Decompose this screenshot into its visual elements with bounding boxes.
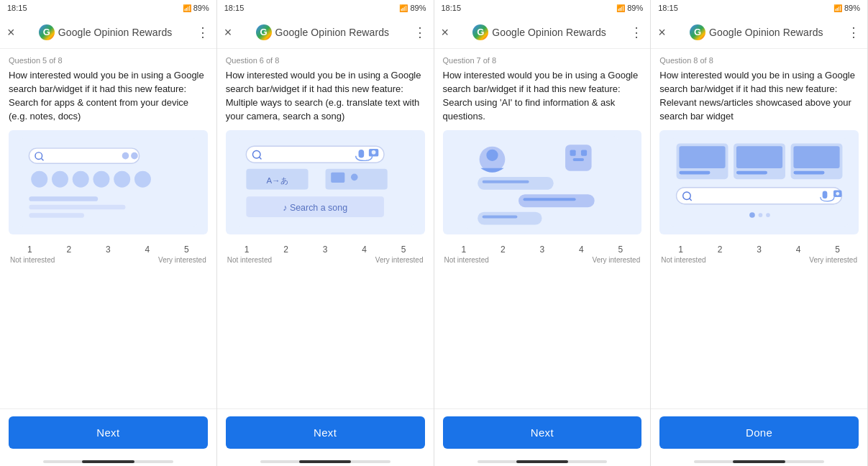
- scale-1-2[interactable]: 1: [227, 245, 267, 255]
- google-g-icon-3: G: [472, 24, 488, 40]
- question-text-1: How interested would you be in using a G…: [9, 69, 208, 123]
- svg-rect-39: [524, 198, 576, 201]
- battery-2: 89%: [410, 4, 426, 12]
- question-text-4: How interested would you be in using a G…: [659, 69, 859, 123]
- svg-rect-13: [29, 205, 125, 210]
- question-label-2: Question 6 of 8: [226, 56, 425, 65]
- status-icons-1: 📶 89%: [183, 4, 209, 12]
- phone-panel-3: 18:15 📶 89% × G Google Opinion Rewards ⋮…: [434, 0, 652, 466]
- scale-2-1[interactable]: 2: [50, 245, 89, 255]
- scale-4-4[interactable]: 4: [779, 245, 818, 255]
- scale-2-3[interactable]: 2: [483, 245, 523, 255]
- svg-rect-14: [29, 213, 84, 218]
- nav-indicator-4: [694, 460, 824, 463]
- svg-rect-19: [358, 150, 364, 157]
- scale-5-3[interactable]: 5: [601, 245, 641, 255]
- battery-1: 89%: [193, 4, 209, 12]
- question-area-2: Question 6 of 8 How interested would you…: [217, 49, 434, 408]
- close-button-3[interactable]: ×: [442, 26, 449, 39]
- app-title-2: Google Opinion Rewards: [275, 27, 390, 38]
- phone-panel-2: 18:15 📶 89% × G Google Opinion Rewards ⋮…: [217, 0, 434, 466]
- question-text-3: How interested would you be in using a G…: [443, 69, 642, 123]
- svg-point-26: [351, 173, 358, 181]
- svg-rect-44: [680, 146, 726, 168]
- app-title-1: Google Opinion Rewards: [58, 27, 173, 38]
- svg-point-59: [759, 213, 763, 217]
- scale-3-3[interactable]: 3: [523, 245, 562, 255]
- scale-5-4[interactable]: 5: [818, 245, 857, 255]
- very-interested-label-4: Very interested: [809, 256, 857, 264]
- svg-rect-52: [677, 188, 842, 204]
- nav-indicator-inner-1: [82, 460, 134, 463]
- scale-1-4[interactable]: 1: [661, 245, 700, 255]
- status-icons-3: 📶 89%: [616, 4, 643, 12]
- svg-rect-51: [794, 171, 825, 175]
- scale-3-1[interactable]: 3: [88, 245, 128, 255]
- next-button-1[interactable]: Next: [9, 416, 208, 449]
- svg-rect-38: [483, 181, 529, 183]
- svg-point-4: [122, 152, 129, 160]
- svg-rect-34: [581, 150, 587, 155]
- scale-labels-3: Not interested Very interested: [443, 255, 642, 264]
- next-button-3[interactable]: Next: [443, 416, 642, 449]
- svg-point-8: [73, 171, 89, 188]
- scale-5-1[interactable]: 5: [167, 245, 206, 255]
- signal-icon-1: 📶: [183, 4, 191, 12]
- status-time-3: 18:15: [442, 4, 462, 12]
- app-header-3: × G Google Opinion Rewards ⋮: [434, 16, 651, 49]
- app-logo-1: G Google Opinion Rewards: [15, 24, 196, 40]
- scale-labels-2: Not interested Very interested: [226, 255, 425, 264]
- svg-rect-50: [794, 146, 840, 168]
- status-time-4: 18:15: [658, 4, 678, 12]
- scale-4-3[interactable]: 4: [562, 245, 601, 255]
- scale-numbers-4: 1 2 3 4 5: [659, 242, 859, 255]
- scale-2-2[interactable]: 2: [266, 245, 306, 255]
- survey-image-3: [443, 130, 642, 234]
- signal-icon-4: 📶: [833, 4, 842, 12]
- bottom-bar-2: Next: [217, 408, 434, 456]
- menu-button-2[interactable]: ⋮: [414, 24, 426, 40]
- menu-button-4[interactable]: ⋮: [847, 24, 860, 40]
- survey-image-1: [9, 130, 208, 234]
- question-area-4: Question 8 of 8 How interested would you…: [651, 49, 867, 408]
- app-header-2: × G Google Opinion Rewards ⋮: [217, 16, 434, 49]
- scale-2-4[interactable]: 2: [700, 245, 740, 255]
- not-interested-label-2: Not interested: [227, 256, 272, 264]
- nav-indicator-inner-2: [299, 460, 351, 463]
- close-button-2[interactable]: ×: [224, 26, 232, 39]
- nav-indicator-inner-4: [733, 460, 785, 463]
- scale-3-2[interactable]: 3: [306, 245, 345, 255]
- scale-1-1[interactable]: 1: [10, 245, 50, 255]
- close-button-1[interactable]: ×: [7, 26, 15, 39]
- scale-4-1[interactable]: 4: [128, 245, 168, 255]
- next-button-2[interactable]: Next: [226, 416, 425, 449]
- very-interested-label-1: Very interested: [158, 256, 206, 264]
- close-button-4[interactable]: ×: [658, 26, 666, 39]
- time-display-2: 18:15: [224, 4, 245, 12]
- nav-indicator-3: [478, 460, 608, 463]
- app-title-4: Google Opinion Rewards: [709, 27, 823, 38]
- svg-point-5: [131, 152, 138, 160]
- nav-indicator-2: [260, 460, 390, 463]
- not-interested-label-4: Not interested: [661, 256, 705, 264]
- question-label-4: Question 8 of 8: [659, 56, 859, 65]
- svg-rect-55: [823, 191, 828, 198]
- svg-rect-12: [29, 196, 98, 201]
- signal-icon-3: 📶: [616, 4, 625, 12]
- menu-button-3[interactable]: ⋮: [630, 24, 643, 40]
- status-icons-2: 📶 89%: [399, 4, 426, 12]
- scale-1-3[interactable]: 1: [444, 245, 484, 255]
- bottom-bar-4: Done: [651, 408, 867, 456]
- very-interested-label-3: Very interested: [593, 256, 641, 264]
- scale-5-2[interactable]: 5: [384, 245, 424, 255]
- time-display-4: 18:15: [658, 4, 678, 12]
- done-button-4[interactable]: Done: [659, 416, 859, 449]
- scale-3-4[interactable]: 3: [739, 245, 779, 255]
- google-g-icon-1: G: [39, 24, 55, 40]
- survey-image-2: A→あ ♪ Search a song: [226, 130, 425, 234]
- status-bar-1: 18:15 📶 89%: [0, 0, 216, 16]
- svg-rect-48: [736, 171, 767, 175]
- menu-button-1[interactable]: ⋮: [196, 24, 209, 40]
- time-display-1: 18:15: [7, 4, 27, 12]
- scale-4-2[interactable]: 4: [344, 245, 384, 255]
